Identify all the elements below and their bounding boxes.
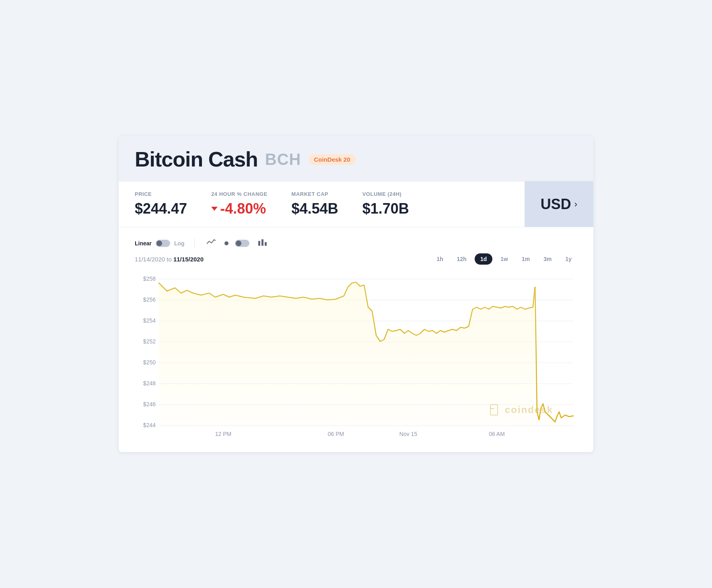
svg-text:$248: $248 bbox=[143, 380, 156, 387]
change-label: 24 HOUR % CHANGE bbox=[211, 191, 267, 197]
time-btn-1w[interactable]: 1w bbox=[495, 253, 514, 265]
svg-rect-2 bbox=[265, 242, 267, 246]
chart-area-fill bbox=[159, 282, 573, 426]
market-cap-stat: MARKET CAP $4.54B bbox=[292, 191, 338, 217]
volume-stat: VOLUME (24H) $1.70B bbox=[362, 191, 409, 217]
svg-text:06 PM: 06 PM bbox=[328, 431, 344, 437]
line-chart-button[interactable] bbox=[204, 237, 218, 249]
svg-text:$258: $258 bbox=[143, 275, 156, 282]
scale-toggle[interactable] bbox=[156, 240, 170, 247]
main-card: Bitcoin Cash BCH CoinDesk 20 PRICE $244.… bbox=[119, 136, 593, 452]
log-label: Log bbox=[174, 240, 185, 247]
date-to: 11/15/2020 bbox=[173, 256, 204, 263]
time-btn-12h[interactable]: 12h bbox=[451, 253, 472, 265]
linear-label: Linear bbox=[135, 240, 152, 247]
date-to-label: to bbox=[167, 256, 173, 263]
date-range-row: 11/14/2020 to 11/15/2020 1h 12h 1d 1w 1m… bbox=[119, 249, 593, 271]
chart-type-toggle[interactable] bbox=[235, 240, 249, 247]
header: Bitcoin Cash BCH CoinDesk 20 bbox=[119, 136, 593, 181]
volume-value: $1.70B bbox=[362, 200, 409, 217]
bar-chart-button[interactable] bbox=[256, 237, 270, 249]
change-stat: 24 HOUR % CHANGE -4.80% bbox=[211, 191, 267, 217]
svg-text:$254: $254 bbox=[143, 317, 156, 324]
dot-icon bbox=[224, 241, 228, 245]
svg-text:$246: $246 bbox=[143, 401, 156, 407]
date-range: 11/14/2020 to 11/15/2020 bbox=[135, 256, 204, 263]
stats-main: PRICE $244.47 24 HOUR % CHANGE -4.80% MA… bbox=[119, 181, 525, 227]
chart-svg-wrapper: $258 $256 $254 $252 $250 $248 $246 $244 bbox=[135, 271, 577, 440]
date-from: 11/14/2020 bbox=[135, 256, 165, 263]
time-btn-3m[interactable]: 3m bbox=[538, 253, 557, 265]
volume-label: VOLUME (24H) bbox=[362, 191, 409, 197]
market-cap-value: $4.54B bbox=[292, 200, 338, 217]
coin-ticker: BCH bbox=[265, 150, 301, 169]
svg-rect-1 bbox=[261, 239, 263, 246]
svg-rect-0 bbox=[258, 241, 260, 246]
divider bbox=[194, 238, 195, 248]
coindesk-badge[interactable]: CoinDesk 20 bbox=[309, 154, 356, 165]
currency-label: USD bbox=[541, 196, 571, 213]
price-label: PRICE bbox=[135, 191, 187, 197]
currency-selector[interactable]: USD › bbox=[525, 181, 593, 227]
time-buttons: 1h 12h 1d 1w 1m 3m 1y bbox=[431, 253, 577, 265]
stats-row: PRICE $244.47 24 HOUR % CHANGE -4.80% MA… bbox=[119, 181, 593, 227]
svg-text:Nov 15: Nov 15 bbox=[399, 431, 418, 437]
chart-controls: Linear Log bbox=[119, 227, 593, 249]
title-row: Bitcoin Cash BCH CoinDesk 20 bbox=[135, 147, 577, 171]
svg-text:$250: $250 bbox=[143, 359, 156, 366]
time-btn-1m[interactable]: 1m bbox=[516, 253, 535, 265]
svg-text:$256: $256 bbox=[143, 296, 156, 303]
svg-text:$252: $252 bbox=[143, 338, 156, 345]
price-chart: $258 $256 $254 $252 $250 $248 $246 $244 bbox=[135, 271, 577, 440]
scale-toggle-group: Linear Log bbox=[135, 240, 185, 247]
time-btn-1h[interactable]: 1h bbox=[431, 253, 449, 265]
svg-text:06 AM: 06 AM bbox=[489, 431, 505, 437]
change-value: -4.80% bbox=[211, 200, 267, 217]
coin-name: Bitcoin Cash bbox=[135, 147, 258, 171]
price-value: $244.47 bbox=[135, 200, 187, 217]
time-btn-1y[interactable]: 1y bbox=[560, 253, 577, 265]
svg-text:$244: $244 bbox=[143, 422, 156, 428]
price-stat: PRICE $244.47 bbox=[135, 191, 187, 217]
time-btn-1d[interactable]: 1d bbox=[475, 253, 492, 265]
chart-area: $258 $256 $254 $252 $250 $248 $246 $244 bbox=[119, 271, 593, 452]
svg-text:12 PM: 12 PM bbox=[215, 431, 231, 437]
currency-caret-icon: › bbox=[574, 199, 577, 210]
market-cap-label: MARKET CAP bbox=[292, 191, 338, 197]
down-arrow-icon bbox=[211, 207, 218, 211]
